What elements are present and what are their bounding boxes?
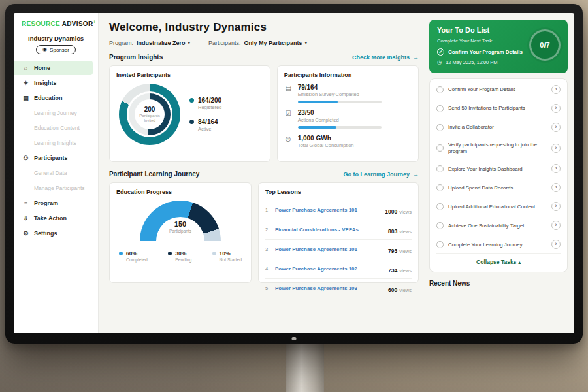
- education-legend-dot-2: [212, 252, 216, 255]
- clock-icon: ◷: [437, 60, 442, 65]
- education-gauge-chart: 150 Participants: [140, 201, 221, 241]
- lesson-row: 5 Power Purchase Agreements 103 600views: [265, 279, 412, 298]
- lesson-link[interactable]: Power Purchase Agreements 102: [275, 266, 384, 272]
- todo-list-card: Confirm Your Program Details › Send 50 I…: [429, 78, 568, 272]
- task-chevron-button[interactable]: ›: [551, 104, 561, 113]
- sidebar-item-label: Learning Insights: [34, 140, 76, 146]
- task-row-confirm-program[interactable]: Confirm Your Program Details ›: [436, 80, 561, 99]
- stat-actions-completed: ☑ 23/50 Actions Completed: [284, 109, 412, 129]
- participants-icon: ⚇: [22, 155, 29, 161]
- program-select[interactable]: Program: Industrialize Zero ▾: [109, 40, 190, 46]
- task-chevron-button[interactable]: ›: [551, 164, 561, 173]
- education-icon: ▤: [22, 95, 29, 101]
- lesson-views: 793views: [388, 244, 412, 255]
- stat-emission-survey: ▤ 79/164 Emission Survey Completed: [284, 84, 412, 103]
- check-more-insights-link[interactable]: Check More Insights →: [352, 54, 419, 61]
- todo-progress-ring: 0/7: [529, 29, 561, 61]
- sidebar-nav: ⌂ Home ✦ Insights ▤ Education Learning J…: [14, 61, 98, 240]
- todo-panel: Your To Do List Complete Your Next Task:…: [428, 13, 574, 333]
- task-chevron-button[interactable]: ›: [551, 202, 561, 211]
- lesson-rank: 3: [265, 246, 270, 252]
- participants-select[interactable]: Participants: Only My Participants ▾: [208, 40, 307, 46]
- chevron-up-icon: ▴: [518, 260, 521, 265]
- program-insights-header: Program Insights Check More Insights →: [109, 54, 419, 61]
- task-checkbox[interactable]: [436, 144, 444, 152]
- sidebar-item-program[interactable]: ≡ Program: [14, 196, 93, 210]
- task-checkbox[interactable]: [436, 86, 444, 93]
- education-legend-dot-1: [168, 252, 172, 255]
- chevron-right-icon: ›: [555, 105, 557, 111]
- sidebar-item-learning-journey[interactable]: Learning Journey: [14, 106, 93, 120]
- task-checkbox[interactable]: [436, 165, 444, 172]
- collapse-tasks-link[interactable]: Collapse Tasks▴: [436, 254, 561, 270]
- task-row-send-invitations[interactable]: Send 50 Invitations to Participants ›: [436, 99, 561, 118]
- task-checkbox[interactable]: [436, 241, 444, 248]
- sidebar-item-learning-insights[interactable]: Learning Insights: [14, 136, 93, 150]
- brand-resource: RESOURCE: [22, 20, 60, 27]
- task-label: Verify participants requesting to join t…: [448, 142, 547, 154]
- lesson-link[interactable]: Power Purchase Agreements 101: [275, 207, 380, 213]
- main-content: Welcome, Industry Dynamics Program: Indu…: [99, 13, 428, 333]
- lesson-row: 4 Power Purchase Agreements 102 734views: [265, 259, 412, 279]
- views-unit: views: [399, 248, 412, 254]
- lesson-link[interactable]: Financial Considerations - VPPAs: [275, 227, 384, 233]
- task-checkbox[interactable]: [436, 203, 444, 210]
- brand-plus: +: [93, 20, 95, 24]
- sidebar-item-label: Participants: [34, 155, 68, 161]
- actions-icon: ☑: [284, 110, 293, 129]
- insights-cards-row: Invited Participants 200 Participants In…: [109, 65, 419, 162]
- stat-progress-fill: [298, 126, 336, 129]
- card-title: Top Lessons: [265, 189, 412, 195]
- sidebar-item-manage-participants[interactable]: Manage Participants: [14, 181, 93, 195]
- learning-journey-header: Participant Learning Journey Go to Learn…: [109, 171, 419, 178]
- chevron-right-icon: ›: [555, 145, 557, 151]
- legend-label: Completed: [126, 257, 148, 262]
- lesson-link[interactable]: Power Purchase Agreements 101: [275, 246, 384, 252]
- location-icon: ◎: [284, 135, 293, 152]
- task-row-complete-learning-journey[interactable]: Complete Your Learning Journey ›: [436, 235, 561, 254]
- task-row-upload-educational-content[interactable]: Upload Additional Educational Content ›: [436, 197, 561, 216]
- task-checkbox[interactable]: [436, 184, 444, 191]
- task-chevron-button[interactable]: ›: [551, 123, 561, 132]
- sponsor-label: Sponsor: [50, 47, 69, 53]
- sidebar-item-home[interactable]: ⌂ Home: [14, 61, 93, 75]
- task-checkbox[interactable]: [436, 222, 444, 229]
- task-row-invite-collaborator[interactable]: Invite a Collaborator ›: [436, 118, 561, 137]
- task-chevron-button[interactable]: ›: [551, 221, 561, 230]
- participants-label: Participants:: [208, 40, 241, 46]
- task-chevron-button[interactable]: ›: [551, 85, 561, 94]
- monitor-stand: [286, 342, 324, 392]
- task-row-achieve-target[interactable]: Achieve One Sustainability Target ›: [436, 216, 561, 235]
- legend-pending: 30% Pending: [168, 250, 191, 262]
- recent-news-title: Recent News: [429, 280, 568, 287]
- gear-icon: ⚙: [22, 231, 29, 237]
- sidebar-item-settings[interactable]: ⚙ Settings: [14, 226, 93, 240]
- sidebar-item-insights[interactable]: ✦ Insights: [14, 76, 93, 90]
- sidebar-item-general-data[interactable]: General Data: [14, 166, 93, 180]
- sidebar-item-education-content[interactable]: Education Content: [14, 121, 93, 135]
- task-chevron-button[interactable]: ›: [551, 240, 561, 249]
- go-to-learning-journey-link[interactable]: Go to Learning Journey →: [343, 171, 419, 178]
- sidebar-item-label: Settings: [34, 230, 57, 237]
- task-row-explore-insights[interactable]: Explore Your Insights Dashboard ›: [436, 159, 561, 178]
- task-chevron-button[interactable]: ›: [551, 144, 561, 153]
- lesson-views: 734views: [388, 263, 412, 275]
- sidebar-item-education[interactable]: ▤ Education: [14, 91, 93, 105]
- task-checkbox[interactable]: [436, 105, 444, 112]
- task-row-verify-participants[interactable]: Verify participants requesting to join t…: [436, 137, 561, 159]
- sidebar-item-participants[interactable]: ⚇ Participants: [14, 151, 93, 165]
- app-logo: RESOURCE ADVISOR+: [14, 20, 98, 27]
- sidebar-item-take-action[interactable]: ⇩ Take Action: [14, 211, 93, 225]
- lesson-link[interactable]: Power Purchase Agreements 103: [275, 286, 384, 291]
- next-task[interactable]: ✓ Confirm Your Program Details: [437, 48, 527, 56]
- participants-information-card: Participants Information ▤ 79/164 Emissi…: [277, 65, 419, 162]
- filters-row: Program: Industrialize Zero ▾ Participan…: [109, 40, 419, 46]
- task-row-upload-spend-data[interactable]: Upload Spend Data Records ›: [436, 178, 561, 197]
- education-legend-dot-0: [119, 252, 123, 255]
- legend-completed: 60% Completed: [119, 250, 148, 262]
- power-led: [292, 337, 297, 340]
- legend-pct: 10%: [220, 250, 242, 257]
- task-checkbox[interactable]: [436, 124, 444, 131]
- task-chevron-button[interactable]: ›: [551, 183, 561, 192]
- lesson-row: 1 Power Purchase Agreements 101 1000view…: [265, 201, 412, 220]
